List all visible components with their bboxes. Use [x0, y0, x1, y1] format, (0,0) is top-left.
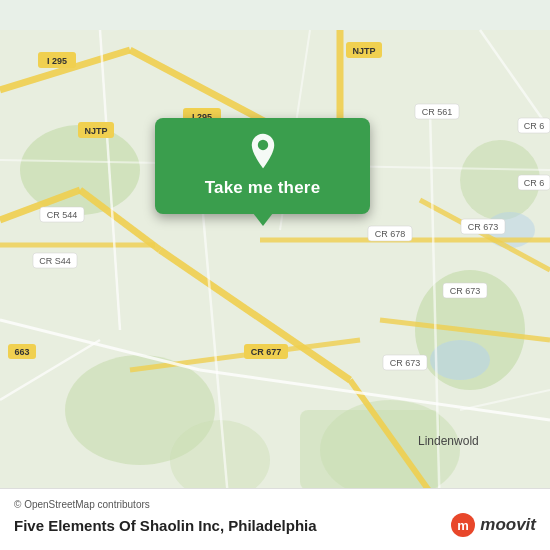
moovit-brand-name: moovit: [480, 515, 536, 535]
moovit-logo: m moovit: [450, 512, 536, 538]
svg-text:CR 6: CR 6: [524, 121, 545, 131]
svg-text:CR 678: CR 678: [375, 229, 406, 239]
svg-text:CR 6: CR 6: [524, 178, 545, 188]
svg-text:CR 673: CR 673: [468, 222, 499, 232]
svg-point-63: [257, 140, 267, 150]
svg-text:CR 673: CR 673: [450, 286, 481, 296]
svg-text:CR 673: CR 673: [390, 358, 421, 368]
svg-text:CR S44: CR S44: [39, 256, 71, 266]
svg-point-1: [20, 125, 140, 215]
svg-text:NJTP: NJTP: [352, 46, 375, 56]
svg-point-8: [430, 340, 490, 380]
bottom-bar: © OpenStreetMap contributors Five Elemen…: [0, 488, 550, 550]
moovit-icon: m: [450, 512, 476, 538]
map-container: I 295 I 295 NJTP NJTP CR 561 CR 544 CR S…: [0, 0, 550, 550]
svg-text:Lindenwold: Lindenwold: [418, 434, 479, 448]
svg-text:CR 561: CR 561: [422, 107, 453, 117]
svg-text:663: 663: [14, 347, 29, 357]
take-me-there-button[interactable]: Take me there: [205, 178, 321, 198]
map-pin-icon: [244, 132, 282, 170]
svg-text:m: m: [457, 518, 469, 533]
location-title: Five Elements Of Shaolin Inc, Philadelph…: [14, 517, 317, 534]
popup-card: Take me there: [155, 118, 370, 214]
map-background: I 295 I 295 NJTP NJTP CR 561 CR 544 CR S…: [0, 0, 550, 550]
map-attribution: © OpenStreetMap contributors: [14, 499, 536, 510]
svg-text:NJTP: NJTP: [84, 126, 107, 136]
svg-text:CR 677: CR 677: [251, 347, 282, 357]
svg-text:I 295: I 295: [47, 56, 67, 66]
svg-text:CR 544: CR 544: [47, 210, 78, 220]
